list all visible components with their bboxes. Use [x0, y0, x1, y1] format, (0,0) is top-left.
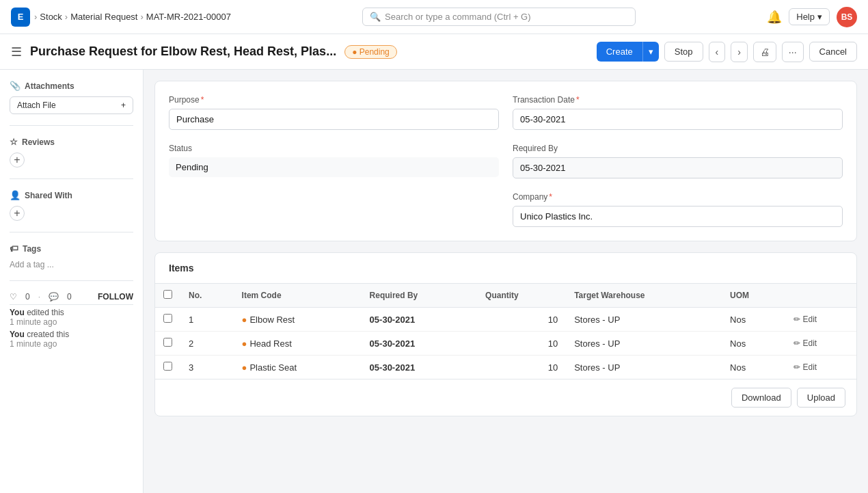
- toolbar: ☰ Purchase Request for Elbow Rest, Head …: [0, 34, 868, 70]
- app-icon[interactable]: E: [11, 8, 30, 27]
- notification-icon[interactable]: 🔔: [767, 10, 782, 25]
- transaction-date-value: 05-30-2021: [513, 109, 843, 130]
- more-options-icon[interactable]: ···: [782, 42, 804, 62]
- shared-with-label: Shared With: [25, 191, 72, 200]
- tag-icon: 🏷: [10, 243, 18, 254]
- tags-label: Tags: [23, 244, 41, 254]
- row-uom-1: Nos: [722, 332, 785, 356]
- row-quantity-1: 10: [477, 332, 566, 356]
- row-uom-2: Nos: [722, 356, 785, 379]
- sidebar-divider-5: [10, 304, 133, 305]
- activity-2-action: created this: [27, 330, 69, 339]
- required-by-input[interactable]: [513, 157, 843, 178]
- items-table-header: No. Item Code Required By Quantity Targe…: [155, 284, 856, 308]
- page-title: Purchase Request for Elbow Rest, Head Re…: [30, 44, 336, 59]
- row-no-2: 3: [180, 356, 234, 379]
- nav-next-icon[interactable]: ›: [731, 42, 748, 62]
- hamburger-icon[interactable]: ☰: [11, 44, 22, 59]
- attach-file-button[interactable]: Attach File +: [10, 96, 133, 114]
- help-chevron-icon: ▾: [817, 12, 822, 22]
- row-required-by-2: 05-30-2021: [362, 356, 477, 379]
- activity-1-user: You: [10, 308, 25, 317]
- activity-entry-2: You created this 1 minute ago: [10, 330, 133, 349]
- follow-button[interactable]: FOLLOW: [98, 292, 133, 302]
- row-warehouse-0: Stores - UP: [566, 308, 722, 332]
- row-warehouse-2: Stores - UP: [566, 356, 722, 379]
- select-all-checkbox[interactable]: [163, 290, 172, 299]
- col-quantity: Quantity: [477, 284, 566, 308]
- sidebar-divider-4: [10, 280, 133, 281]
- help-button[interactable]: Help ▾: [789, 8, 830, 25]
- like-icon: ♡: [10, 292, 17, 302]
- nav-prev-icon[interactable]: ‹: [709, 42, 726, 62]
- attach-file-plus-icon: +: [121, 101, 126, 110]
- status-badge: ● Pending: [344, 45, 397, 59]
- row-uom-0: Nos: [722, 308, 785, 332]
- purpose-required: *: [201, 95, 204, 105]
- col-required-by: Required By: [362, 284, 477, 308]
- row-no-1: 2: [180, 332, 234, 356]
- add-tag-label[interactable]: Add a tag ...: [10, 260, 54, 269]
- reviews-section: ☆ Reviews +: [10, 137, 133, 168]
- tags-header: 🏷 Tags: [10, 243, 133, 254]
- search-box[interactable]: 🔍 Search or type a command (Ctrl + G): [362, 8, 636, 26]
- row-no-0: 1: [180, 308, 234, 332]
- activity-1-time: 1 minute ago: [10, 317, 57, 327]
- add-review-button[interactable]: +: [10, 152, 25, 168]
- activity-2-time: 1 minute ago: [10, 339, 57, 349]
- attach-file-label: Attach File: [17, 101, 56, 110]
- edit-row-2[interactable]: ✏ Edit: [794, 362, 848, 372]
- company-label: Company*: [513, 192, 843, 202]
- comments-count: 0: [67, 292, 72, 302]
- status-label: Status: [169, 144, 499, 153]
- item-dot-2: ●: [242, 362, 247, 373]
- row-checkbox-1[interactable]: [163, 338, 172, 347]
- attachments-section: 📎 Attachments Attach File +: [10, 81, 133, 114]
- download-button[interactable]: Download: [731, 388, 791, 408]
- avatar[interactable]: BS: [837, 7, 857, 27]
- dot-separator: ·: [38, 292, 40, 302]
- col-target-warehouse: Target Warehouse: [566, 284, 722, 308]
- shared-with-header: 👤 Shared With: [10, 190, 133, 200]
- help-label: Help: [796, 12, 815, 22]
- breadcrumb-material-request[interactable]: Material Request: [70, 12, 137, 22]
- row-checkbox-0[interactable]: [163, 314, 172, 323]
- col-uom: UOM: [722, 284, 785, 308]
- main-layout: 📎 Attachments Attach File + ☆ Reviews + …: [0, 70, 868, 493]
- print-icon[interactable]: 🖨: [753, 42, 776, 62]
- transaction-date-required: *: [576, 95, 580, 105]
- create-arrow-icon[interactable]: ▾: [643, 42, 659, 62]
- navbar-right: 🔔 Help ▾ BS: [767, 7, 857, 27]
- breadcrumb-arrow: ›: [34, 12, 37, 22]
- items-card: Items No. Item Code Required By Quantity…: [154, 252, 857, 416]
- row-item-code-1: ●Head Rest: [234, 332, 362, 356]
- navbar: E › Stock › Material Request › MAT-MR-20…: [0, 0, 868, 34]
- likes-count: 0: [25, 292, 30, 302]
- required-by-label: Required By: [513, 144, 843, 153]
- create-button[interactable]: Create ▾: [597, 42, 659, 62]
- breadcrumb-doc-id[interactable]: MAT-MR-2021-00007: [146, 12, 231, 22]
- upload-button[interactable]: Upload: [797, 388, 845, 408]
- cancel-button[interactable]: Cancel: [809, 42, 857, 62]
- add-shared-button[interactable]: +: [10, 206, 25, 221]
- activity-row-counts: ♡ 0 · 💬 0 FOLLOW: [10, 292, 133, 302]
- breadcrumb-stock[interactable]: Stock: [40, 12, 62, 22]
- sidebar-divider-2: [10, 178, 133, 179]
- row-item-code-0: ●Elbow Rest: [234, 308, 362, 332]
- items-section-label: Items: [155, 253, 856, 284]
- activity-section: ♡ 0 · 💬 0 FOLLOW You edited this 1 minut…: [10, 292, 133, 349]
- search-area[interactable]: 🔍 Search or type a command (Ctrl + G): [362, 8, 636, 26]
- table-row: 3 ●Plastic Seat 05-30-2021 10 Stores - U…: [155, 356, 856, 379]
- edit-row-1[interactable]: ✏ Edit: [794, 338, 848, 348]
- edit-row-0[interactable]: ✏ Edit: [794, 315, 848, 324]
- sidebar: 📎 Attachments Attach File + ☆ Reviews + …: [0, 70, 144, 493]
- navbar-left: E › Stock › Material Request › MAT-MR-20…: [11, 8, 231, 27]
- item-dot-1: ●: [242, 338, 247, 349]
- form-grid: Purpose* Purchase Transaction Date* 05-3…: [169, 95, 843, 227]
- row-checkbox-2[interactable]: [163, 362, 172, 371]
- content-area: Purpose* Purchase Transaction Date* 05-3…: [144, 70, 868, 493]
- company-value: Unico Plastics Inc.: [513, 206, 843, 227]
- col-actions: [785, 284, 856, 308]
- breadcrumb: › Stock › Material Request › MAT-MR-2021…: [34, 12, 231, 22]
- stop-button[interactable]: Stop: [664, 42, 703, 62]
